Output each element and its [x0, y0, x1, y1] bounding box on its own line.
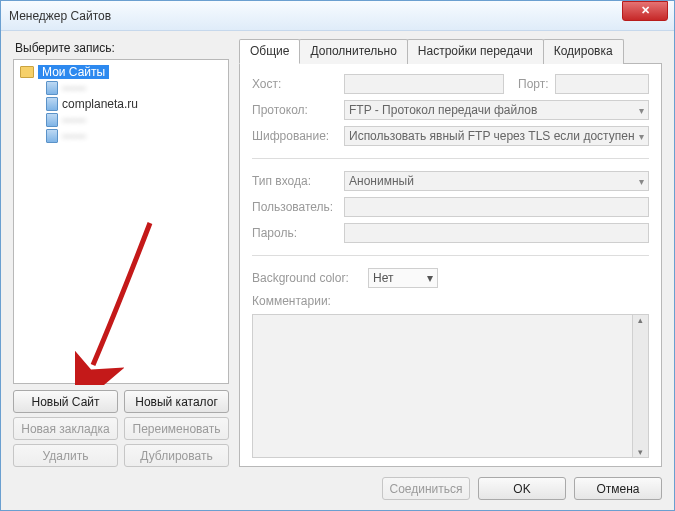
password-input[interactable]	[344, 223, 649, 243]
tree-root-label: Мои Сайты	[38, 65, 109, 79]
duplicate-button[interactable]: Дублировать	[124, 444, 229, 467]
select-entry-label: Выберите запись:	[15, 41, 229, 55]
port-label: Порт:	[518, 77, 549, 91]
right-panel: Общие Дополнительно Настройки передачи К…	[239, 39, 662, 467]
host-label: Хост:	[252, 77, 338, 91]
new-site-button[interactable]: Новый Сайт	[13, 390, 118, 413]
tree-site-label: ——	[62, 113, 86, 127]
divider	[252, 158, 649, 159]
scroll-down-icon: ▾	[638, 447, 643, 457]
comments-textarea[interactable]: ▴ ▾	[252, 314, 649, 458]
site-manager-window: Менеджер Сайтов ✕ Выберите запись: Мои С…	[0, 0, 675, 511]
scroll-up-icon: ▴	[638, 315, 643, 325]
user-input[interactable]	[344, 197, 649, 217]
left-panel: Выберите запись: Мои Сайты —— complaneta…	[13, 39, 229, 467]
chevron-down-icon: ▾	[427, 271, 433, 285]
tab-transfer[interactable]: Настройки передачи	[407, 39, 544, 64]
chevron-down-icon: ▾	[639, 176, 644, 187]
ok-button[interactable]: OK	[478, 477, 566, 500]
close-icon: ✕	[641, 4, 650, 17]
logon-type-value: Анонимный	[349, 174, 414, 188]
encryption-label: Шифрование:	[252, 129, 338, 143]
content-area: Выберите запись: Мои Сайты —— complaneta…	[1, 31, 674, 510]
server-icon	[46, 113, 58, 127]
server-icon	[46, 81, 58, 95]
tree-site-item[interactable]: complaneta.ru	[44, 96, 226, 112]
chevron-down-icon: ▾	[639, 105, 644, 116]
protocol-label: Протокол:	[252, 103, 338, 117]
titlebar: Менеджер Сайтов ✕	[1, 1, 674, 31]
protocol-select[interactable]: FTP - Протокол передачи файлов ▾	[344, 100, 649, 120]
bgcolor-label: Background color:	[252, 271, 362, 285]
scrollbar[interactable]: ▴ ▾	[632, 315, 648, 457]
tree-root[interactable]: Мои Сайты	[16, 64, 226, 80]
tab-bar: Общие Дополнительно Настройки передачи К…	[239, 39, 662, 64]
new-bookmark-button[interactable]: Новая закладка	[13, 417, 118, 440]
server-icon	[46, 129, 58, 143]
cancel-button[interactable]: Отмена	[574, 477, 662, 500]
server-icon	[46, 97, 58, 111]
encryption-value: Использовать явный FTP через TLS если до…	[349, 129, 635, 143]
port-input[interactable]	[555, 74, 649, 94]
delete-button[interactable]: Удалить	[13, 444, 118, 467]
tab-advanced[interactable]: Дополнительно	[299, 39, 407, 64]
user-label: Пользователь:	[252, 200, 338, 214]
dialog-footer: Соединиться OK Отмена	[13, 467, 662, 500]
general-panel: Хост: Порт: Протокол: FTP - Протокол пер…	[239, 63, 662, 467]
bgcolor-select[interactable]: Нет ▾	[368, 268, 438, 288]
tab-general[interactable]: Общие	[239, 39, 300, 64]
comments-label: Комментарии:	[252, 294, 362, 308]
tree-site-item[interactable]: ——	[44, 128, 226, 144]
divider	[252, 255, 649, 256]
new-folder-button[interactable]: Новый каталог	[124, 390, 229, 413]
tree-site-label: complaneta.ru	[62, 97, 138, 111]
close-button[interactable]: ✕	[622, 1, 668, 21]
bgcolor-value: Нет	[373, 271, 393, 285]
logon-type-select[interactable]: Анонимный ▾	[344, 171, 649, 191]
tree-site-label: ——	[62, 81, 86, 95]
rename-button[interactable]: Переименовать	[124, 417, 229, 440]
window-title: Менеджер Сайтов	[9, 9, 111, 23]
left-buttons: Новый Сайт Новый каталог Новая закладка …	[13, 390, 229, 467]
password-label: Пароль:	[252, 226, 338, 240]
tree-site-label: ——	[62, 129, 86, 143]
connect-button[interactable]: Соединиться	[382, 477, 470, 500]
host-input[interactable]	[344, 74, 504, 94]
folder-icon	[20, 66, 34, 78]
tab-charset[interactable]: Кодировка	[543, 39, 624, 64]
chevron-down-icon: ▾	[639, 131, 644, 142]
tree-site-item[interactable]: ——	[44, 112, 226, 128]
logon-type-label: Тип входа:	[252, 174, 338, 188]
site-tree[interactable]: Мои Сайты —— complaneta.ru ——	[13, 59, 229, 384]
tree-site-item[interactable]: ——	[44, 80, 226, 96]
protocol-value: FTP - Протокол передачи файлов	[349, 103, 537, 117]
encryption-select[interactable]: Использовать явный FTP через TLS если до…	[344, 126, 649, 146]
